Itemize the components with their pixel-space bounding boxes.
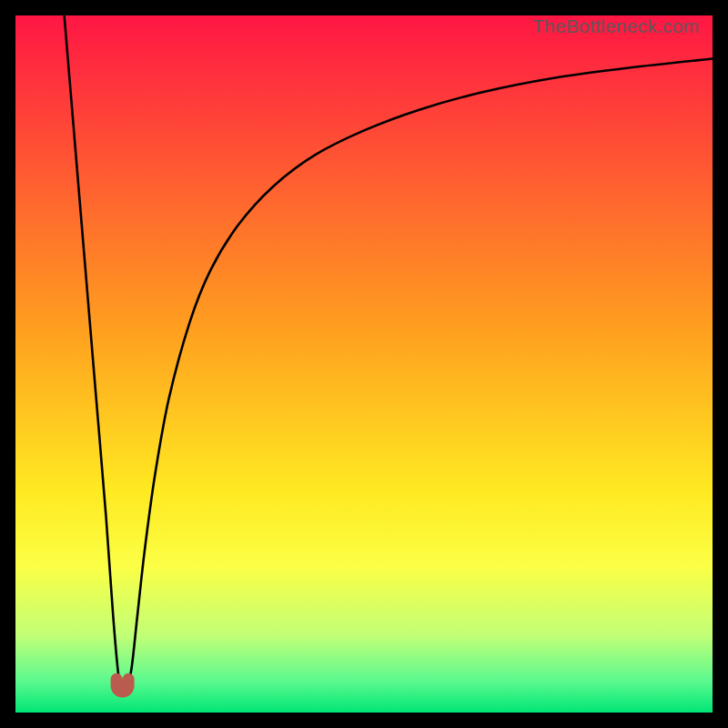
watermark-label: TheBottleneck.com [533, 15, 700, 37]
gradient-background [15, 15, 713, 713]
chart-svg [15, 15, 713, 713]
plot-area: TheBottleneck.com [15, 15, 713, 713]
chart-frame: TheBottleneck.com [0, 0, 728, 728]
